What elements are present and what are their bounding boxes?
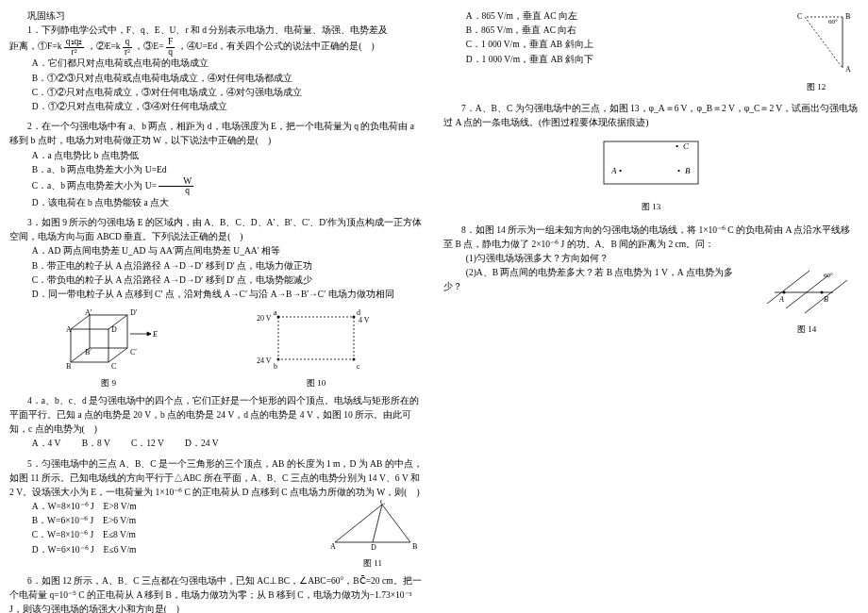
q4-stem: 4．a、b、c、d 是匀强电场中的四个点，它们正好是一个矩形的四个顶点。电场线与…: [9, 394, 425, 438]
q1-seg-a: 距离，①F=k: [9, 42, 61, 52]
figure-11: A D B C 图 11: [321, 500, 425, 571]
svg-text:a: a: [274, 308, 277, 317]
svg-text:24 V: 24 V: [257, 356, 272, 365]
svg-text:A: A: [778, 295, 784, 304]
q1-seg-d: ，④U=Ed，有关四个公式的说法中正确的是( ): [177, 42, 375, 52]
svg-line-28: [373, 505, 382, 542]
q2-frac-c: Wq: [159, 177, 193, 196]
q5-opt-b: B．W=6×10⁻⁶ J E>6 V/m: [9, 514, 321, 528]
q1-opt-b: B．①②③只对点电荷或点电荷电场成立，④对任何电场都成立: [9, 72, 425, 86]
svg-text:A: A: [66, 325, 72, 334]
svg-text:C′: C′: [130, 348, 137, 356]
svg-text:C: C: [380, 500, 385, 506]
q4-opt-a: A．4 V: [32, 439, 61, 448]
q8-part1: (1)匀强电场场强多大？方向如何？: [443, 252, 859, 266]
svg-text:c: c: [357, 362, 360, 371]
svg-text:B: B: [845, 12, 850, 21]
right-angle-triangle-icon: A B C 60°: [776, 9, 857, 75]
q1-frac1: q₁q₂r²: [64, 38, 85, 57]
fig13-label: 图 13: [590, 200, 712, 213]
svg-text:C: C: [797, 12, 802, 21]
svg-line-5: [108, 348, 127, 362]
q4-opt-d: D．24 V: [185, 439, 218, 448]
q1-seg-b: ，②E=k: [87, 42, 121, 52]
q4-options: A．4 V B．8 V C．12 V D．24 V: [9, 437, 425, 451]
svg-text:B: B: [66, 362, 71, 371]
q5-opt-a: A．W=8×10⁻⁶ J E>8 V/m: [9, 500, 321, 514]
fig10-label: 图 10: [255, 376, 377, 389]
left-column: 巩固练习 1．下列静电学公式中，F、q、E、U、r 和 d 分别表示电场力、电荷…: [9, 9, 425, 604]
q1-frac3: Fq: [166, 38, 175, 57]
svg-text:20 V: 20 V: [257, 314, 272, 323]
svg-text:60°: 60°: [828, 18, 838, 25]
q2-opt-a: A．a 点电势比 b 点电势低: [9, 149, 425, 163]
q2-opt-c: C．a、b 两点电势差大小为 U= Wq: [9, 177, 425, 196]
q1-seg-c: ，③E=: [134, 42, 163, 52]
svg-point-52: [820, 291, 823, 294]
q1-stem-line2: 距离，①F=k q₁q₂r² ，②E=k qr² ，③E= Fq ，④U=Ed，…: [9, 38, 425, 57]
svg-text:B: B: [412, 542, 417, 551]
q4-opt-c: C．12 V: [131, 439, 164, 448]
q8-stem: 8．如图 14 所示为一组未知方向的匀强电场的电场线，将 1×10⁻⁶ C 的负…: [443, 224, 859, 252]
cube-diagram-icon: A D B C A′ D′ B′ C′ E: [57, 306, 160, 372]
svg-text:A: A: [610, 166, 617, 175]
fig14-label: 图 14: [755, 323, 859, 336]
q7-stem: 7．A、B、C 为匀强电场中的三点，如图 13，φ_A＝6 V，φ_B＝2 V，…: [443, 102, 859, 130]
fig12-label: 图 12: [774, 80, 859, 93]
svg-text:A′: A′: [85, 308, 92, 317]
svg-line-47: [767, 271, 810, 304]
fig11-label: 图 11: [321, 556, 425, 570]
parallel-field-lines-icon: A B 60°: [758, 266, 857, 318]
svg-text:•: •: [619, 166, 622, 175]
three-points-box-icon: A • • B • C: [594, 134, 708, 195]
svg-text:D: D: [111, 325, 117, 334]
svg-text:4 V: 4 V: [359, 316, 370, 324]
svg-text:C: C: [111, 362, 116, 371]
svg-text:B′: B′: [85, 348, 92, 356]
svg-point-18: [353, 316, 356, 319]
svg-text:B: B: [685, 166, 691, 175]
svg-text:C: C: [683, 141, 690, 151]
q1-opt-d: D．①②只对点电荷成立，③④对任何电场成立: [9, 100, 425, 114]
q5-stem: 5．匀强电场中的三点 A、B、C 是一个三角形的三个顶点，AB 的长度为 1 m…: [9, 457, 425, 501]
q1-stem-line1: 1．下列静电学公式中，F、q、E、U、r 和 d 分别表示电场力、电荷量、场强、…: [9, 24, 425, 38]
svg-text:D′: D′: [130, 308, 138, 317]
svg-point-51: [782, 291, 785, 294]
figure-13: A • • B • C 图 13: [590, 134, 712, 214]
figure-9: A D B C A′ D′ B′ C′ E 图 9: [57, 306, 160, 390]
svg-text:b: b: [274, 362, 277, 371]
q2-opt-c-pre: C．a、b 两点电势差大小为 U=: [32, 181, 157, 191]
q6-stem: 6．如图 12 所示，A、B、C 三点都在匀强电场中，已知 AC⊥BC，∠ABC…: [9, 574, 425, 613]
q3-opt-d: D．同一带电粒子从 A 点移到 C′ 点，沿对角线 A→C′ 与沿 A→B→B′…: [9, 288, 425, 302]
svg-point-20: [353, 358, 356, 361]
q3-opt-a: A．AD 两点间电势差 U_AD 与 AA′两点间电势差 U_AA′ 相等: [9, 244, 425, 258]
section-header: 巩固练习: [9, 9, 425, 24]
svg-text:D: D: [371, 543, 376, 552]
svg-text:B: B: [824, 295, 828, 304]
q3-stem: 3．如图 9 所示的匀强电场 E 的区域内，由 A、B、C、D、A′、B′、C′…: [9, 216, 425, 244]
q2-opt-d: D．该电荷在 b 点电势能较 a 点大: [9, 196, 425, 210]
svg-text:E: E: [152, 330, 158, 339]
q2-stem: 2．在一个匀强电场中有 a、b 两点，相距为 d，电场强度为 E，把一个电荷量为…: [9, 120, 425, 148]
svg-text:•: •: [677, 166, 680, 175]
svg-point-17: [277, 316, 280, 319]
triangle-icon: A D B C: [326, 500, 420, 552]
q1-frac2: qr²: [123, 38, 132, 57]
q4-opt-b: B．8 V: [82, 439, 110, 448]
figures-9-10-row: A D B C A′ D′ B′ C′ E 图 9 a d b: [9, 306, 425, 390]
rectangle-points-icon: a d b c 20 V 24 V 4 V: [255, 306, 377, 372]
right-column: A B C 60° 图 12 A．865 V/m，垂直 AC 向左 B．865 …: [443, 9, 859, 604]
svg-text:A: A: [845, 65, 851, 74]
figure-10: a d b c 20 V 24 V 4 V 图 10: [255, 306, 377, 390]
q3-opt-b: B．带正电的粒子从 A 点沿路径 A→D→D′ 移到 D′ 点，电场力做正功: [9, 259, 425, 273]
q3-opt-c: C．带负电的粒子从 A 点沿路径 A→D→D′ 移到 D′ 点，电场势能减少: [9, 273, 425, 288]
q1-opt-c: C．①②只对点电荷成立，③对任何电场成立，④对匀强电场成立: [9, 86, 425, 100]
q1-opt-a: A．它们都只对点电荷或点电荷的电场成立: [9, 57, 425, 71]
figure-14: A B 60° 图 14: [755, 266, 859, 337]
svg-line-2: [71, 315, 90, 329]
svg-rect-16: [278, 317, 354, 359]
figure-12: A B C 60° 图 12: [774, 9, 859, 94]
svg-text:A: A: [330, 542, 336, 551]
svg-text:60°: 60°: [824, 272, 833, 279]
q5-opt-d: D．W=6×10⁻⁶ J E≤6 V/m: [9, 543, 321, 557]
